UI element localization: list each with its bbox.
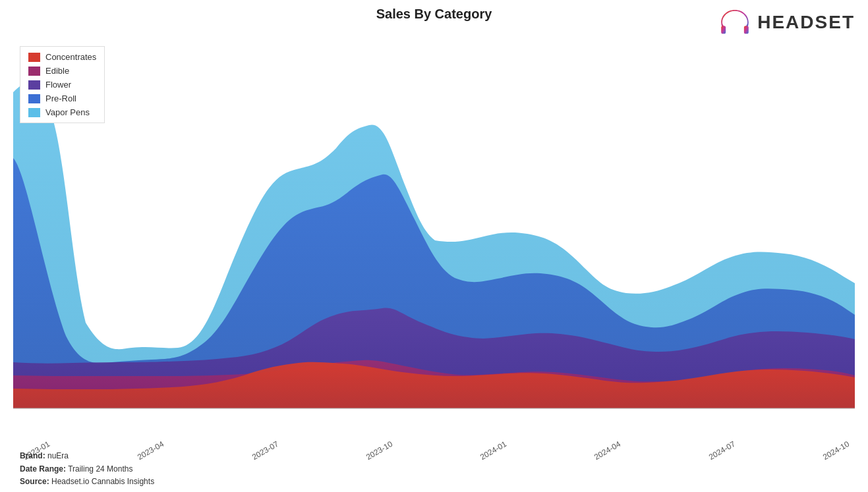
x-label-2024-01: 2024-01 xyxy=(478,439,508,462)
svg-rect-1 xyxy=(744,26,749,34)
logo-text: HEADSET xyxy=(757,12,855,33)
legend-item-edible: Edible xyxy=(28,66,96,76)
date-range-value: Trailing 24 Months xyxy=(68,464,132,474)
legend-swatch-preroll xyxy=(28,94,40,103)
legend-label-concentrates: Concentrates xyxy=(45,52,96,62)
x-label-2023-07: 2023-07 xyxy=(250,439,279,462)
legend-swatch-flower xyxy=(28,80,40,90)
brand-label: Brand: xyxy=(20,451,45,460)
chart-title: Sales By Category xyxy=(376,7,492,22)
legend-item-vaporpens: Vapor Pens xyxy=(28,107,96,117)
legend-label-vaporpens: Vapor Pens xyxy=(45,107,90,117)
svg-rect-0 xyxy=(721,26,726,34)
source-value: Headset.io Cannabis Insights xyxy=(51,477,154,486)
brand-value: nuEra xyxy=(47,451,69,460)
chart-footer: Brand: nuEra Date Range: Trailing 24 Mon… xyxy=(20,450,154,488)
legend-item-preroll: Pre-Roll xyxy=(28,94,96,103)
legend-swatch-vaporpens xyxy=(28,108,40,117)
x-label-2024-07: 2024-07 xyxy=(707,439,737,462)
legend-label-flower: Flower xyxy=(45,80,71,90)
logo: HEADSET xyxy=(718,5,855,40)
legend-item-flower: Flower xyxy=(28,80,96,90)
area-chart-svg xyxy=(13,40,855,435)
legend-label-edible: Edible xyxy=(45,66,69,76)
x-label-2024-04: 2024-04 xyxy=(593,439,622,462)
source-label: Source: xyxy=(20,477,49,486)
legend-swatch-concentrates xyxy=(28,53,40,62)
legend-label-preroll: Pre-Roll xyxy=(45,94,76,103)
legend-swatch-edible xyxy=(28,67,40,76)
headset-logo-icon xyxy=(718,5,752,40)
date-range-label: Date Range: xyxy=(20,464,66,474)
x-label-2023-10: 2023-10 xyxy=(364,439,394,462)
chart-container: Sales By Category HEADSET Concentrates xyxy=(0,0,868,492)
legend-item-concentrates: Concentrates xyxy=(28,52,96,62)
chart-legend: Concentrates Edible Flower Pre-Roll Vapo… xyxy=(20,46,105,123)
x-label-2024-10: 2024-10 xyxy=(821,439,851,462)
